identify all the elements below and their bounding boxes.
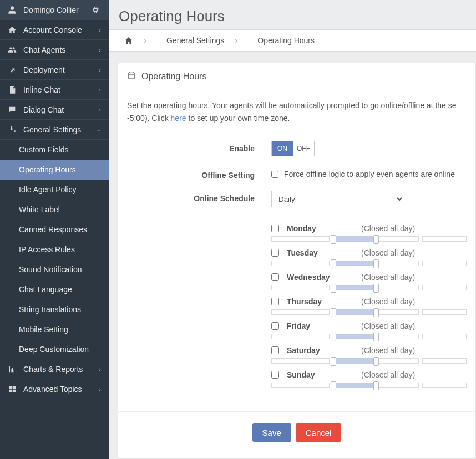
page-title: Operating Hours <box>109 0 476 29</box>
day-checkbox-wednesday[interactable] <box>271 273 279 281</box>
day-slider-friday[interactable] <box>271 333 467 340</box>
label-offline: Offline Setting <box>127 167 271 180</box>
slider-handle-end[interactable] <box>373 308 379 317</box>
day-slider-wednesday[interactable] <box>271 284 467 292</box>
breadcrumb-seg-1[interactable]: General Settings <box>156 30 247 51</box>
wand-icon <box>8 65 18 74</box>
day-checkbox-tuesday[interactable] <box>271 249 279 257</box>
sidebar-sub-idle-agent-policy[interactable]: Idle Agent Policy <box>0 180 109 200</box>
sidebar-item-dialog-chat[interactable]: Dialog Chat› <box>0 100 109 120</box>
sidebar-sub-white-label[interactable]: White Label <box>0 200 109 220</box>
sidebar-item-general-settings[interactable]: General Settings⌄ <box>0 120 109 140</box>
day-name: Thursday <box>287 297 353 306</box>
sidebar-sub-canned-responses[interactable]: Canned Responses <box>0 220 109 239</box>
slider-handle-start[interactable] <box>331 357 336 366</box>
sidebar-item-inline-chat[interactable]: Inline Chat› <box>0 80 109 100</box>
sidebar-sub-deep-customization[interactable]: Deep Customization <box>0 339 109 359</box>
day-status: (Closed all day) <box>361 370 415 379</box>
day-row-sunday: Sunday(Closed all day) <box>271 370 467 379</box>
day-row-monday: Monday(Closed all day) <box>271 224 467 233</box>
gear-icon[interactable] <box>91 6 101 14</box>
offline-text: Force offline logic to apply even agents… <box>284 170 455 178</box>
day-status: (Closed all day) <box>361 346 415 355</box>
cancel-button[interactable]: Cancel <box>296 423 342 442</box>
slider-handle-start[interactable] <box>331 381 336 390</box>
grid-icon <box>8 385 18 394</box>
day-status: (Closed all day) <box>361 224 415 233</box>
select-schedule[interactable]: Daily <box>271 191 404 207</box>
sidebar-item-account-console[interactable]: Account Console› <box>0 20 109 40</box>
sidebar-item-charts-&-reports[interactable]: Charts & Reports› <box>0 359 109 379</box>
chart-icon <box>8 365 18 374</box>
sidebar-item-label: General Settings <box>23 125 96 134</box>
sidebar-item-advanced-topics[interactable]: Advanced Topics› <box>0 379 109 399</box>
breadcrumb: General Settings Operating Hours <box>109 29 476 52</box>
chevron-right-icon: › <box>99 86 101 93</box>
sidebar-sub-operating-hours[interactable]: Operating Hours <box>0 160 109 180</box>
day-row-thursday: Thursday(Closed all day) <box>271 297 467 306</box>
slider-handle-end[interactable] <box>373 381 379 390</box>
home-icon <box>124 36 133 45</box>
toggle-enable[interactable]: ON OFF <box>271 141 315 156</box>
slider-handle-end[interactable] <box>373 284 379 293</box>
slider-handle-start[interactable] <box>331 308 336 317</box>
sidebar-sub-chat-language[interactable]: Chat Language <box>0 279 109 299</box>
panel-title: Operating Hours <box>141 72 206 81</box>
sidebar-item-label: Dialog Chat <box>23 105 99 114</box>
day-row-wednesday: Wednesday(Closed all day) <box>271 273 467 282</box>
slider-handle-start[interactable] <box>331 259 336 268</box>
save-button[interactable]: Save <box>252 423 291 442</box>
sidebar-item-label: Charts & Reports <box>23 365 99 374</box>
day-name: Wednesday <box>287 273 353 282</box>
sidebar-sub-mobile-setting[interactable]: Mobile Setting <box>0 319 109 339</box>
day-slider-sunday[interactable] <box>271 381 467 389</box>
sidebar-item-label: Inline Chat <box>23 85 99 94</box>
home-icon <box>8 26 18 34</box>
day-status: (Closed all day) <box>361 297 415 306</box>
day-row-saturday: Saturday(Closed all day) <box>271 346 467 355</box>
day-checkbox-saturday[interactable] <box>271 346 279 354</box>
day-slider-saturday[interactable] <box>271 357 467 365</box>
sidebar-sub-ip-access-rules[interactable]: IP Access Rules <box>0 239 109 259</box>
breadcrumb-home[interactable] <box>114 30 156 51</box>
day-checkbox-friday[interactable] <box>271 322 279 330</box>
chevron-right-icon: › <box>99 67 101 73</box>
day-slider-thursday[interactable] <box>271 308 467 316</box>
sidebar-item-label: Chat Agents <box>23 45 99 54</box>
breadcrumb-seg-2[interactable]: Operating Hours <box>247 30 335 51</box>
slider-handle-start[interactable] <box>331 235 336 244</box>
gears-icon <box>8 125 18 134</box>
toggle-on[interactable]: ON <box>272 141 293 156</box>
sidebar-sub-string-translations[interactable]: String translations <box>0 299 109 319</box>
day-slider-monday[interactable] <box>271 235 467 243</box>
sidebar-item-label: Advanced Topics <box>23 385 99 394</box>
day-status: (Closed all day) <box>361 322 415 330</box>
checkbox-offline[interactable] <box>271 171 278 178</box>
day-slider-tuesday[interactable] <box>271 259 467 267</box>
day-checkbox-monday[interactable] <box>271 225 279 232</box>
slider-handle-end[interactable] <box>373 333 379 341</box>
day-checkbox-sunday[interactable] <box>271 371 279 379</box>
slider-handle-end[interactable] <box>373 235 379 244</box>
chevron-right-icon: › <box>99 366 101 373</box>
day-name: Monday <box>287 224 353 233</box>
sidebar-item-deployment[interactable]: Deployment› <box>0 60 109 80</box>
chevron-right-icon: › <box>99 106 101 113</box>
main-content: Operating Hours General Settings Operati… <box>109 0 476 459</box>
sidebar-sub-sound-notification[interactable]: Sound Notification <box>0 259 109 279</box>
sidebar-user[interactable]: Domingo Collier <box>0 0 109 20</box>
slider-handle-start[interactable] <box>331 284 336 293</box>
slider-handle-end[interactable] <box>373 357 379 366</box>
slider-handle-start[interactable] <box>331 333 336 341</box>
label-schedule: Online Schedule <box>127 191 271 203</box>
sidebar-sub-custom-fields[interactable]: Custom Fields <box>0 140 109 160</box>
sidebar-user-name: Domingo Collier <box>23 6 91 14</box>
timezone-link[interactable]: here <box>171 114 186 123</box>
slider-handle-end[interactable] <box>373 259 379 268</box>
calendar-icon <box>127 71 136 82</box>
day-name: Friday <box>287 322 353 330</box>
day-name: Sunday <box>287 370 353 379</box>
sidebar-item-chat-agents[interactable]: Chat Agents› <box>0 40 109 60</box>
day-checkbox-thursday[interactable] <box>271 298 279 305</box>
toggle-off[interactable]: OFF <box>293 141 314 156</box>
